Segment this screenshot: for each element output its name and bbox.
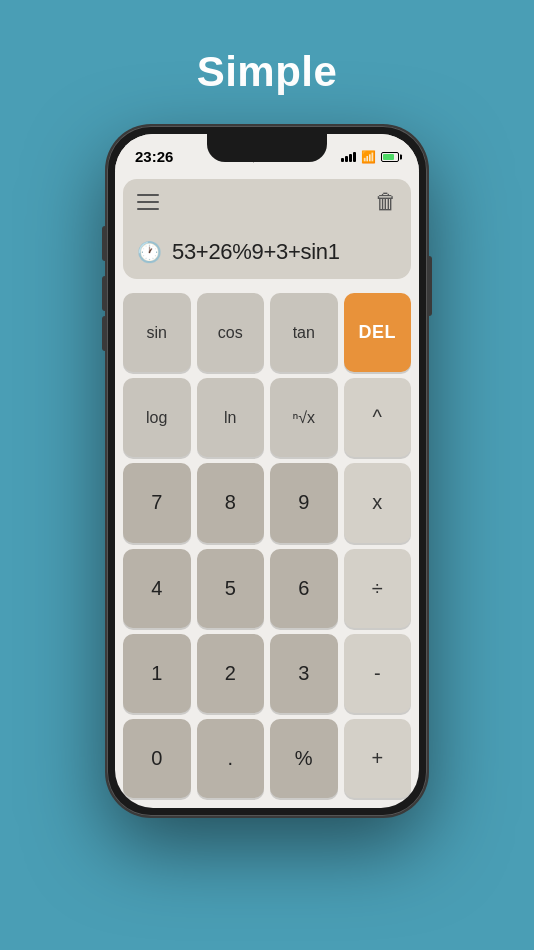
clock-icon[interactable]: 🕐: [137, 240, 162, 264]
hamburger-icon[interactable]: [137, 194, 159, 210]
del-button[interactable]: DEL: [344, 293, 412, 372]
zero-button[interactable]: 0: [123, 719, 191, 798]
add-button[interactable]: +: [344, 719, 412, 798]
key-row-1: sin cos tan DEL: [123, 293, 411, 372]
sin-button[interactable]: sin: [123, 293, 191, 372]
expression-text: 53+26%9+3+sin1: [172, 239, 340, 265]
display-area: 🗑 🕐 53+26%9+3+sin1: [123, 179, 411, 279]
keypad: sin cos tan DEL log ln ⁿ√x ^ 7 8 9 x 4: [115, 287, 419, 808]
percent-button[interactable]: %: [270, 719, 338, 798]
trash-icon[interactable]: 🗑: [375, 189, 397, 215]
power-button[interactable]: ^: [344, 378, 412, 457]
nthroot-button[interactable]: ⁿ√x: [270, 378, 338, 457]
wifi-icon: 📶: [361, 150, 376, 164]
tan-button[interactable]: tan: [270, 293, 338, 372]
display-toolbar: 🗑: [137, 189, 397, 215]
three-button[interactable]: 3: [270, 634, 338, 713]
notch: [207, 134, 327, 162]
signal-icon: [341, 152, 356, 162]
dot-button[interactable]: .: [197, 719, 265, 798]
five-button[interactable]: 5: [197, 549, 265, 628]
signal-bar-2: [345, 156, 348, 162]
seven-button[interactable]: 7: [123, 463, 191, 542]
phone-frame: 23:26 ▶ 📶: [107, 126, 427, 816]
two-button[interactable]: 2: [197, 634, 265, 713]
display-expression: 🕐 53+26%9+3+sin1: [137, 235, 397, 269]
subtract-button[interactable]: -: [344, 634, 412, 713]
key-row-3: 7 8 9 x: [123, 463, 411, 542]
cos-button[interactable]: cos: [197, 293, 265, 372]
key-row-5: 1 2 3 -: [123, 634, 411, 713]
six-button[interactable]: 6: [270, 549, 338, 628]
ln-button[interactable]: ln: [197, 378, 265, 457]
signal-bar-4: [353, 152, 356, 162]
eight-button[interactable]: 8: [197, 463, 265, 542]
key-row-2: log ln ⁿ√x ^: [123, 378, 411, 457]
log-button[interactable]: log: [123, 378, 191, 457]
page-title: Simple: [197, 48, 338, 96]
key-row-4: 4 5 6 ÷: [123, 549, 411, 628]
signal-bar-3: [349, 154, 352, 162]
key-row-6: 0 . % +: [123, 719, 411, 798]
nine-button[interactable]: 9: [270, 463, 338, 542]
multiply-button[interactable]: x: [344, 463, 412, 542]
signal-bar-1: [341, 158, 344, 162]
four-button[interactable]: 4: [123, 549, 191, 628]
one-button[interactable]: 1: [123, 634, 191, 713]
battery-icon: [381, 152, 399, 162]
status-bar: 23:26 ▶ 📶: [115, 134, 419, 171]
phone-screen: 23:26 ▶ 📶: [115, 134, 419, 808]
status-icons: 📶: [341, 150, 399, 164]
divide-button[interactable]: ÷: [344, 549, 412, 628]
status-time: 23:26: [135, 148, 173, 165]
